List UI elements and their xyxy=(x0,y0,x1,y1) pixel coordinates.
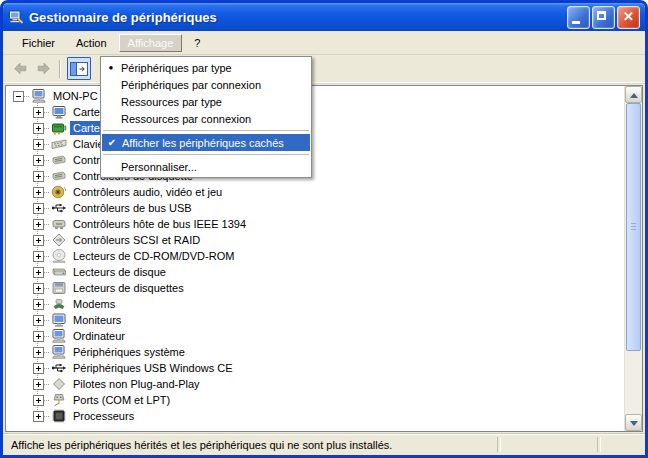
menu-item-1[interactable]: Périphériques par connexion xyxy=(101,76,311,93)
monitor-icon xyxy=(51,312,67,328)
tree-item-label[interactable]: Lecteurs de disquettes xyxy=(70,281,187,295)
expand-plus-box[interactable] xyxy=(33,299,44,310)
radio-bullet-icon: ● xyxy=(101,59,121,76)
tree-connector-stub xyxy=(44,352,49,353)
audio-controller-icon xyxy=(51,184,67,200)
tree-connector-stub xyxy=(44,224,49,225)
menu-item-3[interactable]: Ressources par connexion xyxy=(101,110,311,127)
expand-plus-box[interactable] xyxy=(33,107,44,118)
tree-row: Claviers xyxy=(6,136,624,152)
expand-plus-box[interactable] xyxy=(33,235,44,246)
expand-plus-box[interactable] xyxy=(33,171,44,182)
vertical-scrollbar[interactable] xyxy=(624,86,642,431)
tree-item-label[interactable]: Périphériques USB Windows CE xyxy=(70,361,236,375)
title-bar: Gestionnaire de périphériques ✕ xyxy=(3,3,645,31)
status-text: Affiche les périphériques hérités et les… xyxy=(11,439,392,451)
tree-connector-stub xyxy=(44,272,49,273)
expand-plus-box[interactable] xyxy=(33,155,44,166)
tree-connector-stub xyxy=(44,336,49,337)
collapse-expander[interactable] xyxy=(13,91,24,102)
up-arrow-icon xyxy=(630,93,638,98)
menu-item-7[interactable]: Personnaliser... xyxy=(101,158,311,175)
tree-row: Lecteurs de disquettes xyxy=(6,280,624,296)
tree-item-label[interactable]: Moniteurs xyxy=(70,313,124,327)
tree-connector-stub xyxy=(44,128,49,129)
scroll-up-button[interactable] xyxy=(625,86,642,103)
menu-item-0[interactable]: ●Périphériques par type xyxy=(101,59,311,76)
menu-fichier[interactable]: Fichier xyxy=(13,34,64,52)
tree-item-label[interactable]: Ordinateur xyxy=(70,329,128,343)
menu-affichage[interactable]: Affichage xyxy=(119,34,183,52)
scsi-raid-icon xyxy=(51,232,67,248)
expand-plus-box[interactable] xyxy=(33,123,44,134)
expand-plus-box[interactable] xyxy=(33,347,44,358)
ide-controller-icon xyxy=(51,152,67,168)
tree-row: Contrôleurs audio, vidéo et jeu xyxy=(6,184,624,200)
tree-row: Contrôleurs ATA/ATAPI IDE xyxy=(6,152,624,168)
tree-connector-stub xyxy=(44,288,49,289)
tree-item-label[interactable]: Contrôleurs hôte de bus IEEE 1394 xyxy=(70,217,249,231)
tree-row: Contrôleurs SCSI et RAID xyxy=(6,232,624,248)
expand-plus-box[interactable] xyxy=(33,187,44,198)
menu-action[interactable]: Action xyxy=(67,34,116,52)
tree-item-label[interactable]: MON-PC xyxy=(50,89,101,103)
expand-plus-box[interactable] xyxy=(33,395,44,406)
close-button[interactable]: ✕ xyxy=(617,6,640,29)
forward-arrow-icon[interactable] xyxy=(35,60,53,77)
ide-controller-icon xyxy=(51,168,67,184)
expand-plus-box[interactable] xyxy=(33,251,44,262)
expand-plus-box[interactable] xyxy=(33,331,44,342)
scrollbar-thumb[interactable] xyxy=(626,103,641,351)
tree-connector-stub xyxy=(44,112,49,113)
menu-item-label: Afficher les périphériques cachés xyxy=(122,137,284,149)
device-manager-icon xyxy=(8,9,24,25)
tree-row: Pilotes non Plug-and-Play xyxy=(6,376,624,392)
tree-item-label[interactable]: Processeurs xyxy=(70,409,137,423)
expand-plus-box[interactable] xyxy=(33,139,44,150)
tree-row: Contrôleurs hôte de bus IEEE 1394 xyxy=(6,216,624,232)
expand-plus-box[interactable] xyxy=(33,283,44,294)
tree-row: Moniteurs xyxy=(6,312,624,328)
menu-item-label: Ressources par connexion xyxy=(121,113,251,125)
tree-item-label[interactable]: Pilotes non Plug-and-Play xyxy=(70,377,203,391)
status-bar: Affiche les périphériques hérités et les… xyxy=(3,433,645,455)
minimize-button[interactable] xyxy=(567,6,590,29)
tree-connector-stub xyxy=(44,416,49,417)
computer-icon xyxy=(51,344,67,360)
tree-row: Modems xyxy=(6,296,624,312)
tree-item-label[interactable]: Modems xyxy=(70,297,118,311)
expand-plus-box[interactable] xyxy=(33,219,44,230)
expand-plus-box[interactable] xyxy=(33,267,44,278)
usb-icon xyxy=(51,360,67,376)
expand-plus-box[interactable] xyxy=(33,379,44,390)
usb-icon xyxy=(51,200,67,216)
tree-item-label[interactable]: Ports (COM et LPT) xyxy=(70,393,173,407)
expand-plus-box[interactable] xyxy=(33,315,44,326)
tree-item-label[interactable]: Lecteurs de CD-ROM/DVD-ROM xyxy=(70,249,237,263)
tree-connector-stub xyxy=(44,368,49,369)
menu-item-5[interactable]: ✔Afficher les périphériques cachés xyxy=(102,134,310,151)
show-console-tree-icon[interactable] xyxy=(67,57,91,80)
ieee1394-icon xyxy=(51,216,67,232)
down-arrow-icon xyxy=(630,421,638,426)
maximize-icon xyxy=(597,11,606,20)
tree-item-label[interactable]: Contrôleurs SCSI et RAID xyxy=(70,233,203,247)
tree-item-label[interactable]: Lecteurs de disque xyxy=(70,265,169,279)
tree-item-label[interactable]: Contrôleurs audio, vidéo et jeu xyxy=(70,185,225,199)
tree-connector-stub xyxy=(44,176,49,177)
menu-?[interactable]: ? xyxy=(185,34,209,52)
expand-plus-box[interactable] xyxy=(33,203,44,214)
expand-plus-box[interactable] xyxy=(33,363,44,374)
statusbar-divider xyxy=(497,437,501,452)
tree-item-label[interactable]: Contrôleurs de bus USB xyxy=(70,201,195,215)
disk-drive-icon xyxy=(51,264,67,280)
network-adapter-icon xyxy=(51,120,67,136)
expand-plus-box[interactable] xyxy=(33,411,44,422)
menu-item-2[interactable]: Ressources par type xyxy=(101,93,311,110)
scroll-down-button[interactable] xyxy=(625,414,642,431)
tree-row: MON-PC xyxy=(6,88,624,104)
tree-item-label[interactable]: Périphériques système xyxy=(70,345,188,359)
back-arrow-icon[interactable] xyxy=(11,60,29,77)
maximize-button[interactable] xyxy=(592,6,615,29)
port-icon xyxy=(51,392,67,408)
